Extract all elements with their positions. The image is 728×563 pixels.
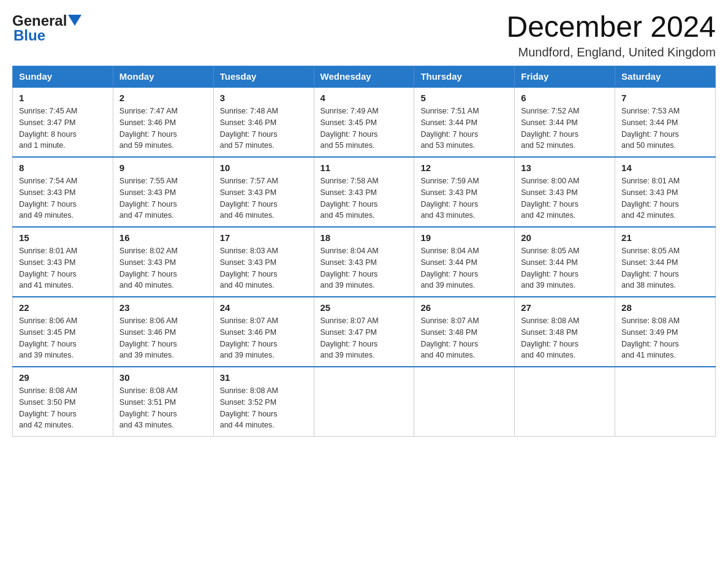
day-number: 14: [621, 163, 709, 173]
calendar-cell: [615, 367, 716, 437]
day-info: Sunrise: 8:08 AMSunset: 3:49 PMDaylight:…: [621, 315, 709, 361]
day-info: Sunrise: 8:07 AMSunset: 3:47 PMDaylight:…: [320, 315, 408, 361]
calendar-week-4: 22Sunrise: 8:06 AMSunset: 3:45 PMDayligh…: [13, 297, 716, 367]
logo-blue-text: Blue: [13, 27, 45, 44]
calendar-week-3: 15Sunrise: 8:01 AMSunset: 3:43 PMDayligh…: [13, 227, 716, 297]
calendar-cell: 4Sunrise: 7:49 AMSunset: 3:45 PMDaylight…: [314, 87, 414, 157]
calendar-cell: 2Sunrise: 7:47 AMSunset: 3:46 PMDaylight…: [113, 87, 213, 157]
day-info: Sunrise: 7:58 AMSunset: 3:43 PMDaylight:…: [320, 175, 408, 221]
day-number: 20: [521, 232, 609, 243]
calendar-cell: 17Sunrise: 8:03 AMSunset: 3:43 PMDayligh…: [213, 227, 314, 297]
calendar-cell: 23Sunrise: 8:06 AMSunset: 3:46 PMDayligh…: [113, 297, 213, 367]
calendar-cell: [314, 367, 414, 437]
header-cell-friday: Friday: [515, 66, 615, 88]
day-info: Sunrise: 8:06 AMSunset: 3:45 PMDaylight:…: [19, 315, 107, 361]
header-cell-sunday: Sunday: [13, 66, 113, 88]
header-cell-thursday: Thursday: [414, 66, 515, 88]
day-number: 26: [420, 302, 508, 313]
day-number: 22: [19, 302, 107, 313]
day-info: Sunrise: 7:59 AMSunset: 3:43 PMDaylight:…: [420, 175, 508, 221]
day-info: Sunrise: 8:06 AMSunset: 3:46 PMDaylight:…: [119, 315, 207, 361]
day-info: Sunrise: 7:53 AMSunset: 3:44 PMDaylight:…: [621, 105, 709, 151]
day-info: Sunrise: 7:48 AMSunset: 3:46 PMDaylight:…: [220, 105, 308, 151]
calendar-cell: 24Sunrise: 8:07 AMSunset: 3:46 PMDayligh…: [213, 297, 314, 367]
calendar-cell: 29Sunrise: 8:08 AMSunset: 3:50 PMDayligh…: [13, 367, 113, 437]
day-number: 9: [119, 163, 207, 173]
day-number: 10: [220, 163, 308, 173]
day-number: 3: [220, 93, 308, 103]
calendar-cell: 7Sunrise: 7:53 AMSunset: 3:44 PMDaylight…: [615, 87, 716, 157]
calendar-cell: 6Sunrise: 7:52 AMSunset: 3:44 PMDaylight…: [515, 87, 615, 157]
header-cell-wednesday: Wednesday: [314, 66, 414, 88]
calendar-week-5: 29Sunrise: 8:08 AMSunset: 3:50 PMDayligh…: [13, 367, 716, 437]
calendar-cell: 19Sunrise: 8:04 AMSunset: 3:44 PMDayligh…: [414, 227, 515, 297]
calendar-cell: 10Sunrise: 7:57 AMSunset: 3:43 PMDayligh…: [213, 157, 314, 227]
day-info: Sunrise: 8:01 AMSunset: 3:43 PMDaylight:…: [19, 245, 107, 291]
day-info: Sunrise: 8:03 AMSunset: 3:43 PMDaylight:…: [220, 245, 308, 291]
header-cell-saturday: Saturday: [615, 66, 716, 88]
calendar-cell: 13Sunrise: 8:00 AMSunset: 3:43 PMDayligh…: [515, 157, 615, 227]
calendar-cell: 5Sunrise: 7:51 AMSunset: 3:44 PMDaylight…: [414, 87, 515, 157]
day-number: 2: [119, 93, 207, 103]
day-info: Sunrise: 8:08 AMSunset: 3:51 PMDaylight:…: [119, 385, 207, 431]
day-info: Sunrise: 8:05 AMSunset: 3:44 PMDaylight:…: [521, 245, 609, 291]
day-number: 25: [320, 302, 408, 313]
day-number: 23: [119, 302, 207, 313]
day-number: 11: [320, 163, 408, 173]
day-number: 16: [119, 232, 207, 243]
day-info: Sunrise: 8:05 AMSunset: 3:44 PMDaylight:…: [621, 245, 709, 291]
calendar-cell: 18Sunrise: 8:04 AMSunset: 3:43 PMDayligh…: [314, 227, 414, 297]
day-number: 29: [19, 372, 107, 383]
calendar-cell: 11Sunrise: 7:58 AMSunset: 3:43 PMDayligh…: [314, 157, 414, 227]
logo: General Blue: [12, 12, 82, 44]
day-number: 7: [621, 93, 709, 103]
day-number: 31: [220, 372, 308, 383]
day-info: Sunrise: 7:52 AMSunset: 3:44 PMDaylight:…: [521, 105, 609, 151]
day-info: Sunrise: 7:45 AMSunset: 3:47 PMDaylight:…: [19, 105, 107, 151]
day-number: 21: [621, 232, 709, 243]
day-number: 27: [521, 302, 609, 313]
calendar-cell: [515, 367, 615, 437]
day-number: 1: [19, 93, 107, 103]
calendar-cell: 8Sunrise: 7:54 AMSunset: 3:43 PMDaylight…: [13, 157, 113, 227]
day-info: Sunrise: 8:08 AMSunset: 3:48 PMDaylight:…: [521, 315, 609, 361]
month-title: December 2024: [506, 12, 716, 42]
calendar-cell: 16Sunrise: 8:02 AMSunset: 3:43 PMDayligh…: [113, 227, 213, 297]
calendar-header: SundayMondayTuesdayWednesdayThursdayFrid…: [13, 66, 716, 88]
day-info: Sunrise: 7:47 AMSunset: 3:46 PMDaylight:…: [119, 105, 207, 151]
day-number: 17: [220, 232, 308, 243]
day-info: Sunrise: 7:49 AMSunset: 3:45 PMDaylight:…: [320, 105, 408, 151]
calendar-cell: 20Sunrise: 8:05 AMSunset: 3:44 PMDayligh…: [515, 227, 615, 297]
calendar-cell: 15Sunrise: 8:01 AMSunset: 3:43 PMDayligh…: [13, 227, 113, 297]
calendar-cell: 22Sunrise: 8:06 AMSunset: 3:45 PMDayligh…: [13, 297, 113, 367]
header-cell-monday: Monday: [113, 66, 213, 88]
day-number: 28: [621, 302, 709, 313]
calendar-cell: 31Sunrise: 8:08 AMSunset: 3:52 PMDayligh…: [213, 367, 314, 437]
page-header: General Blue December 2024 Mundford, Eng…: [12, 12, 716, 59]
calendar-week-1: 1Sunrise: 7:45 AMSunset: 3:47 PMDaylight…: [13, 87, 716, 157]
day-info: Sunrise: 7:55 AMSunset: 3:43 PMDaylight:…: [119, 175, 207, 221]
calendar-cell: 30Sunrise: 8:08 AMSunset: 3:51 PMDayligh…: [113, 367, 213, 437]
day-number: 13: [521, 163, 609, 173]
calendar-cell: 25Sunrise: 8:07 AMSunset: 3:47 PMDayligh…: [314, 297, 414, 367]
calendar-cell: 3Sunrise: 7:48 AMSunset: 3:46 PMDaylight…: [213, 87, 314, 157]
logo-triangle-icon: [68, 15, 82, 28]
day-info: Sunrise: 8:04 AMSunset: 3:43 PMDaylight:…: [320, 245, 408, 291]
calendar-cell: 1Sunrise: 7:45 AMSunset: 3:47 PMDaylight…: [13, 87, 113, 157]
day-info: Sunrise: 8:00 AMSunset: 3:43 PMDaylight:…: [521, 175, 609, 221]
day-number: 24: [220, 302, 308, 313]
day-info: Sunrise: 8:08 AMSunset: 3:52 PMDaylight:…: [220, 385, 308, 431]
day-info: Sunrise: 8:04 AMSunset: 3:44 PMDaylight:…: [420, 245, 508, 291]
day-info: Sunrise: 8:08 AMSunset: 3:50 PMDaylight:…: [19, 385, 107, 431]
calendar-cell: 14Sunrise: 8:01 AMSunset: 3:43 PMDayligh…: [615, 157, 716, 227]
calendar-table: SundayMondayTuesdayWednesdayThursdayFrid…: [12, 66, 716, 437]
day-number: 12: [420, 163, 508, 173]
calendar-cell: 28Sunrise: 8:08 AMSunset: 3:49 PMDayligh…: [615, 297, 716, 367]
calendar-cell: 27Sunrise: 8:08 AMSunset: 3:48 PMDayligh…: [515, 297, 615, 367]
day-number: 6: [521, 93, 609, 103]
day-info: Sunrise: 7:51 AMSunset: 3:44 PMDaylight:…: [420, 105, 508, 151]
calendar-week-2: 8Sunrise: 7:54 AMSunset: 3:43 PMDaylight…: [13, 157, 716, 227]
calendar-cell: 21Sunrise: 8:05 AMSunset: 3:44 PMDayligh…: [615, 227, 716, 297]
svg-marker-0: [68, 15, 82, 26]
calendar-cell: 26Sunrise: 8:07 AMSunset: 3:48 PMDayligh…: [414, 297, 515, 367]
